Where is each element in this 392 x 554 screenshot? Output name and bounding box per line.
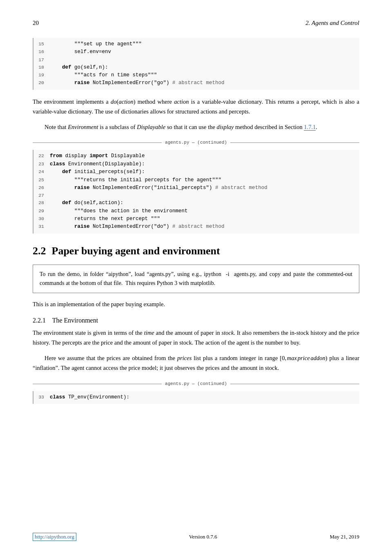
info-box: To run the demo, in folder “aipython”, l… bbox=[33, 265, 359, 294]
code-line: 25 """returns the initial percepts for t… bbox=[33, 176, 359, 184]
code-line: 15 """set up the agent""" bbox=[33, 40, 359, 48]
page-header: 20 2. Agents and Control bbox=[33, 20, 359, 27]
code-line: 27 bbox=[33, 192, 359, 199]
paragraph-5: Here we assume that the prices are obtai… bbox=[33, 354, 359, 373]
file-label-text-1: agents.py — (continued) bbox=[162, 140, 230, 145]
code-line: 26 raise NotImplementedError("initial_pe… bbox=[33, 184, 359, 192]
paragraph-2: Note that Environment is a subclass of D… bbox=[33, 122, 359, 132]
code-line: 28 def do(self,action): bbox=[33, 199, 359, 207]
subsection-title: The Environment bbox=[52, 317, 98, 324]
code-block-1: 15 """set up the agent""" 16 self.env=en… bbox=[33, 38, 359, 90]
code-line: 18 def go(self,n): bbox=[33, 64, 359, 71]
page-footer: http://aipython.org Version 0.7.6 May 21… bbox=[33, 533, 359, 541]
chapter-title: 2. Agents and Control bbox=[305, 20, 359, 27]
code-line: 31 raise NotImplementedError("do") # abs… bbox=[33, 223, 359, 231]
footer-version: Version 0.7.6 bbox=[189, 534, 217, 540]
footer-url[interactable]: http://aipython.org bbox=[33, 533, 76, 541]
subsection-2-2-1-heading: 2.2.1 The Environment bbox=[33, 317, 359, 324]
code-line: 30 returns the next percept """ bbox=[33, 215, 359, 223]
code-line: 23 class Environment(Displayable): bbox=[33, 160, 359, 168]
paragraph-1: The environment implements a do(action) … bbox=[33, 97, 359, 117]
section-num: 2.2 bbox=[33, 245, 46, 257]
code-line: 24 def initial_percepts(self): bbox=[33, 168, 359, 176]
paragraph-4: The environment state is given in terms … bbox=[33, 328, 359, 348]
file-label-text-2: agents.py — (continued) bbox=[162, 381, 230, 386]
section-ref-1-7-1[interactable]: 1.7.1 bbox=[304, 124, 316, 131]
page-number: 20 bbox=[33, 20, 39, 27]
paragraph-3: This is an implementation of the paper b… bbox=[33, 300, 359, 309]
section-2-2-heading: 2.2 Paper buying agent and environment bbox=[33, 245, 359, 257]
file-label-bar-2: agents.py — (continued) bbox=[33, 380, 359, 387]
code-block-3: 33 class TP_env(Environment): bbox=[33, 391, 359, 404]
page: 20 2. Agents and Control 15 """set up th… bbox=[0, 0, 392, 554]
code-block-2: 22 from display import Displayable 23 cl… bbox=[33, 150, 359, 233]
section-title: Paper buying agent and environment bbox=[52, 245, 220, 257]
code-line: 22 from display import Displayable bbox=[33, 152, 359, 160]
code-line: 17 bbox=[33, 56, 359, 64]
footer-date: May 21, 2019 bbox=[330, 534, 359, 540]
code-line: 19 """acts for n time steps""" bbox=[33, 71, 359, 79]
subsection-num: 2.2.1 bbox=[33, 317, 46, 324]
code-line: 16 self.env=env bbox=[33, 48, 359, 56]
code-line: 20 raise NotImplementedError("go") # abs… bbox=[33, 79, 359, 87]
code-line: 29 """does the action in the environment bbox=[33, 207, 359, 215]
code-line: 33 class TP_env(Environment): bbox=[33, 394, 359, 401]
file-label-bar-1: agents.py — (continued) bbox=[33, 139, 359, 146]
info-box-text: To run the demo, in folder “aipython”, l… bbox=[40, 271, 352, 286]
